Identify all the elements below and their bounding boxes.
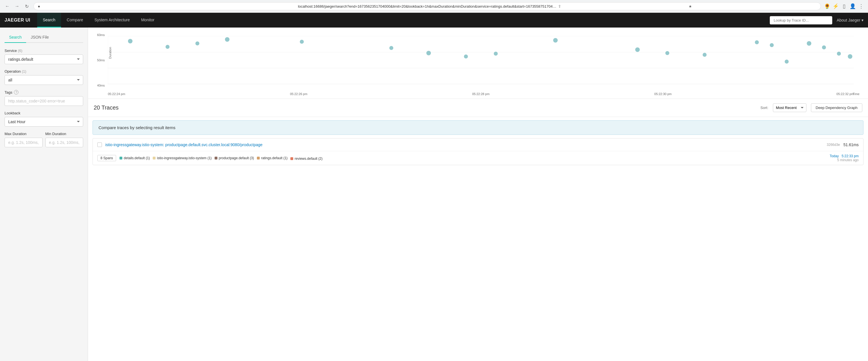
address-bar[interactable]: ● localhost:16686/jaeger/search?end=1673… xyxy=(33,2,821,10)
scatter-svg xyxy=(108,36,854,84)
dot[interactable] xyxy=(390,46,394,50)
service-tag-details: details.default (1) xyxy=(120,156,150,161)
nav-link-compare[interactable]: Compare xyxy=(61,13,89,28)
service-tag-productpage: productpage.default (3) xyxy=(215,156,254,161)
operation-group: Operation (1) all xyxy=(4,69,83,85)
trace-title[interactable]: istio-ingressgateway.istio-system: produ… xyxy=(105,142,824,147)
sidebar: Search JSON File Service (6) ratings.def… xyxy=(0,28,88,361)
dot[interactable] xyxy=(822,45,826,50)
dot[interactable] xyxy=(128,39,132,43)
dot[interactable] xyxy=(426,51,431,55)
chevron-down-icon: ▾ xyxy=(862,18,864,23)
deep-dependency-graph-button[interactable]: Deep Dependency Graph xyxy=(811,103,862,112)
service-tags: details.default (1) istio-ingressgateway… xyxy=(120,156,826,161)
trace-time-ago: 5 minutes ago xyxy=(837,158,859,162)
nav-link-search[interactable]: Search xyxy=(37,13,61,28)
extension-icon-4[interactable]: 👤 xyxy=(849,3,856,10)
min-duration-input[interactable] xyxy=(45,138,84,147)
x-label-2: 05:22:26 pm xyxy=(290,92,307,96)
dot[interactable] xyxy=(703,53,707,57)
service-dot-ratings xyxy=(257,157,260,160)
y-label-50ms: 50ms xyxy=(97,59,105,62)
service-tag-ratings: ratings.default (1) xyxy=(257,156,287,161)
nav-link-system-architecture[interactable]: System Architecture xyxy=(89,13,136,28)
browser-controls: ← → ↻ xyxy=(3,2,31,10)
service-label: Service (6) xyxy=(4,48,83,53)
lookback-select[interactable]: Last HourLast 6 HoursLast 12 HoursLast 2… xyxy=(4,117,83,127)
extension-icon-1[interactable]: 🌻 xyxy=(824,3,831,10)
dot[interactable] xyxy=(807,41,811,46)
trace-header: istio-ingressgateway.istio-system: produ… xyxy=(93,138,863,151)
scatter-plot: 60ms 50ms 40ms xyxy=(94,33,860,96)
service-group: Service (6) ratings.default xyxy=(4,48,83,64)
operation-select[interactable]: all xyxy=(4,75,83,85)
bookmark-icon[interactable]: ★ xyxy=(689,4,817,8)
service-tag-istio: istio-ingressgateway.istio-system (1) xyxy=(153,156,212,161)
dot[interactable] xyxy=(837,52,841,56)
min-duration-group: Min Duration xyxy=(45,132,84,147)
min-duration-label: Min Duration xyxy=(45,132,84,136)
browser-actions: 🌻 ⚡ ▯ 👤 ⋮ xyxy=(824,3,865,10)
navbar: JAEGER UI Search Compare System Architec… xyxy=(0,13,868,28)
share-icon[interactable]: ⇧ xyxy=(558,4,686,8)
nav-links: Search Compare System Architecture Monit… xyxy=(37,13,770,28)
navbar-right: About Jaeger ▾ xyxy=(770,16,864,24)
trace-item: istio-ingressgateway.istio-system: produ… xyxy=(93,138,864,165)
service-tag-reviews: reviews.default (2) xyxy=(290,157,322,161)
nav-link-monitor[interactable]: Monitor xyxy=(135,13,160,28)
dot[interactable] xyxy=(755,40,759,44)
tags-help-icon[interactable]: ? xyxy=(14,90,19,95)
main-layout: Search JSON File Service (6) ratings.def… xyxy=(0,28,868,361)
time-axis-label: Time xyxy=(853,92,860,96)
extension-icon-2[interactable]: ⚡ xyxy=(832,3,839,10)
forward-button[interactable]: → xyxy=(13,2,21,10)
tags-input[interactable] xyxy=(4,96,83,106)
sidebar-tabs: Search JSON File xyxy=(4,32,83,43)
service-dot-reviews xyxy=(290,157,293,160)
tags-group: Tags ? xyxy=(4,90,83,106)
service-dot-istio xyxy=(153,157,156,160)
extension-icon-3[interactable]: ▯ xyxy=(841,3,847,10)
menu-icon[interactable]: ⋮ xyxy=(858,3,865,10)
about-jaeger-link[interactable]: About Jaeger ▾ xyxy=(837,18,864,23)
dot[interactable] xyxy=(464,55,468,59)
dot[interactable] xyxy=(770,43,774,47)
y-axis-labels: 60ms 50ms 40ms xyxy=(94,33,106,87)
service-select[interactable]: ratings.default xyxy=(4,55,83,64)
trace-time: Today 5:22:33 pm 5 minutes ago xyxy=(830,154,859,162)
sort-select[interactable]: Most RecentLongest FirstShortest FirstMo… xyxy=(773,103,806,112)
browser-chrome: ← → ↻ ● localhost:16686/jaeger/search?en… xyxy=(0,0,868,13)
x-label-3: 05:22:28 pm xyxy=(472,92,489,96)
dot[interactable] xyxy=(225,37,229,42)
dot[interactable] xyxy=(165,45,169,49)
operation-label: Operation (1) xyxy=(4,69,83,73)
sort-label: Sort: xyxy=(761,106,768,110)
tags-label: Tags ? xyxy=(4,90,83,95)
traces-count: 20 Traces xyxy=(94,104,756,111)
tab-search[interactable]: Search xyxy=(4,32,26,43)
dot[interactable] xyxy=(300,40,304,44)
trace-time-today: Today 5:22:33 pm xyxy=(830,154,859,158)
dot[interactable] xyxy=(195,41,199,45)
navbar-brand: JAEGER UI xyxy=(4,18,30,23)
back-button[interactable]: ← xyxy=(3,2,11,10)
dot[interactable] xyxy=(553,38,558,42)
service-dot-details xyxy=(120,157,122,160)
dot[interactable] xyxy=(665,51,669,55)
compare-banner: Compare traces by selecting result items xyxy=(93,120,864,135)
refresh-button[interactable]: ↻ xyxy=(23,2,31,10)
trace-checkbox[interactable] xyxy=(97,142,102,147)
scatter-container: 60ms 50ms 40ms xyxy=(88,28,868,99)
dot[interactable] xyxy=(784,60,788,64)
lookback-label: Lookback xyxy=(4,111,83,115)
tab-json-file[interactable]: JSON File xyxy=(26,32,53,43)
dot[interactable] xyxy=(848,54,852,59)
trace-lookup-input[interactable] xyxy=(770,16,832,24)
main-content: 60ms 50ms 40ms xyxy=(88,28,868,361)
dot[interactable] xyxy=(635,47,640,52)
trace-id: 3266d3e xyxy=(827,143,840,147)
max-duration-input[interactable] xyxy=(4,138,42,147)
duration-row: Max Duration Min Duration xyxy=(4,132,83,153)
dot[interactable] xyxy=(494,52,498,56)
x-axis-labels: 05:22:24 pm 05:22:26 pm 05:22:28 pm 05:2… xyxy=(108,92,854,96)
